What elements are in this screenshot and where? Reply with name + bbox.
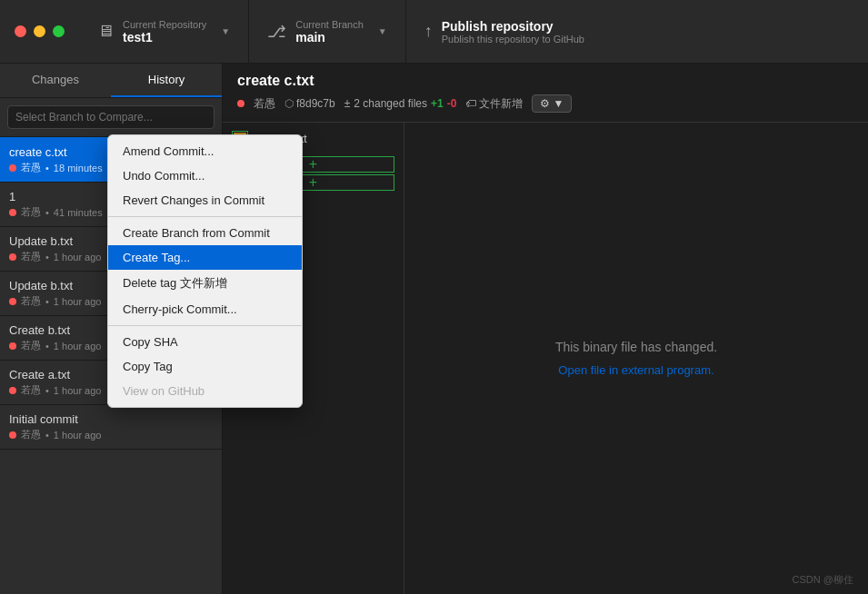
commit-separator: • xyxy=(45,207,49,218)
branch-sublabel: Current Branch xyxy=(295,19,364,30)
menu-separator-1 xyxy=(108,216,302,217)
branch-compare xyxy=(0,98,222,137)
commit-separator: • xyxy=(45,385,49,396)
commit-author: 若愚 xyxy=(21,294,41,308)
open-external-link[interactable]: Open file in external program. xyxy=(558,363,713,377)
commit-author: 若愚 xyxy=(21,205,41,219)
file-area: create c.txt + + This binary file has ch… xyxy=(223,123,868,594)
menu-item-cherry-pick[interactable]: Cherry-pick Commit... xyxy=(108,297,302,322)
author-dot xyxy=(237,100,244,107)
commit-detail-title: create c.txt xyxy=(237,73,853,89)
repository-chevron-icon: ▼ xyxy=(221,26,230,36)
commit-author: 若愚 xyxy=(21,428,41,441)
maximize-button[interactable] xyxy=(53,25,65,37)
commit-sha: ⬡ f8d9c7b xyxy=(284,97,335,110)
tab-changes[interactable]: Changes xyxy=(0,64,111,97)
commit-meta: 若愚 • 1 hour ago xyxy=(9,428,213,441)
author-dot xyxy=(9,298,16,305)
commit-time: 1 hour ago xyxy=(54,385,102,396)
minus-badge: -0 xyxy=(447,97,457,110)
commit-title: 1 xyxy=(9,190,15,203)
traffic-lights xyxy=(0,25,79,37)
close-button[interactable] xyxy=(15,25,26,37)
commit-time: 18 minutes xyxy=(54,163,103,173)
publish-labels: Publish repository Publish this reposito… xyxy=(442,19,584,45)
changed-files-info: ± 2 changed files +1 -0 xyxy=(344,97,457,110)
branch-icon: ⎇ xyxy=(267,22,286,42)
commit-title: create c.txt xyxy=(9,145,67,159)
publish-repository-section[interactable]: ↑ Publish repository Publish this reposi… xyxy=(406,0,603,63)
commit-title: Update b.txt xyxy=(9,279,73,292)
menu-item-copy-tag[interactable]: Copy Tag xyxy=(108,354,302,379)
settings-chevron-icon: ▼ xyxy=(553,97,564,110)
commit-title: Create b.txt xyxy=(9,323,70,337)
commit-time: 1 hour ago xyxy=(54,430,102,441)
commit-time: 41 minutes xyxy=(54,207,103,218)
list-item[interactable]: Initial commit 若愚 • 1 hour ago xyxy=(0,405,222,450)
gear-icon: ⚙ xyxy=(540,97,550,110)
settings-button[interactable]: ⚙ ▼ xyxy=(532,94,572,113)
publish-sub-label: Publish this repository to GitHub xyxy=(442,34,584,45)
tag-name: 文件新增 xyxy=(479,96,523,112)
menu-item-amend-commit[interactable]: Amend Commit... xyxy=(108,139,302,163)
binary-notice: This binary file has changed. xyxy=(555,340,717,354)
repository-sublabel: Current Repository xyxy=(123,19,206,30)
commit-title: Create a.txt xyxy=(9,368,70,381)
commit-author: 若愚 xyxy=(21,161,41,174)
tab-history[interactable]: History xyxy=(111,64,222,97)
repository-icon: 🖥 xyxy=(97,22,114,41)
menu-separator-2 xyxy=(108,325,302,326)
menu-item-create-tag[interactable]: Create Tag... xyxy=(108,245,302,270)
menu-item-copy-sha[interactable]: Copy SHA xyxy=(108,330,302,354)
commit-header: Initial commit xyxy=(9,412,213,426)
commit-author: 若愚 xyxy=(21,383,41,397)
changed-count: 2 changed files xyxy=(354,97,427,110)
repository-name: test1 xyxy=(123,30,206,45)
titlebar: 🖥 Current Repository test1 ▼ ⎇ Current B… xyxy=(0,0,868,64)
diff-area: This binary file has changed. Open file … xyxy=(404,123,868,594)
author-dot xyxy=(9,253,16,261)
menu-item-revert-changes[interactable]: Revert Changes in Commit xyxy=(108,188,302,213)
author-dot xyxy=(9,164,16,172)
tag-icon: 🏷 xyxy=(465,97,476,110)
author-dot xyxy=(9,209,16,216)
branch-name: main xyxy=(295,30,364,45)
watermark: CSDN @柳住 xyxy=(793,573,853,587)
menu-item-undo-commit[interactable]: Undo Commit... xyxy=(108,163,302,188)
branch-labels: Current Branch main xyxy=(295,19,364,45)
author-dot xyxy=(9,342,16,350)
commit-title: Update b.txt xyxy=(9,234,73,248)
minimize-button[interactable] xyxy=(34,25,45,37)
commit-separator: • xyxy=(45,430,49,441)
context-menu: Amend Commit... Undo Commit... Revert Ch… xyxy=(107,134,303,408)
current-repository-section[interactable]: 🖥 Current Repository test1 ▼ xyxy=(79,0,249,63)
tag-info: 🏷 文件新增 xyxy=(465,96,523,112)
plus-badge: +1 xyxy=(431,97,444,110)
commit-separator: • xyxy=(45,163,49,173)
sidebar-tabs: Changes History xyxy=(0,64,222,98)
commit-time: 1 hour ago xyxy=(54,252,102,262)
sha-icon: ⬡ xyxy=(284,97,294,110)
commit-separator: • xyxy=(45,296,49,307)
author-dot xyxy=(9,431,16,439)
sha-value: f8d9c7b xyxy=(296,97,335,110)
menu-item-view-github: View on GitHub xyxy=(108,379,302,403)
commit-author: 若愚 xyxy=(21,339,41,352)
commit-meta-bar: 若愚 ⬡ f8d9c7b ± 2 changed files +1 -0 🏷 文… xyxy=(237,94,853,113)
commit-separator: • xyxy=(45,252,49,262)
commit-title: Initial commit xyxy=(9,412,78,426)
menu-item-delete-tag[interactable]: Delete tag 文件新增 xyxy=(108,270,302,297)
author-dot xyxy=(9,387,16,394)
publish-icon: ↑ xyxy=(424,22,433,41)
publish-main-label: Publish repository xyxy=(442,19,584,34)
commit-detail-author: 若愚 xyxy=(254,96,275,112)
menu-item-create-branch[interactable]: Create Branch from Commit xyxy=(108,221,302,245)
commit-separator: • xyxy=(45,341,49,351)
current-branch-section[interactable]: ⎇ Current Branch main ▼ xyxy=(249,0,406,63)
commit-time: 1 hour ago xyxy=(54,341,102,351)
branch-compare-input[interactable] xyxy=(7,105,215,129)
repository-labels: Current Repository test1 xyxy=(123,19,206,45)
commit-author: 若愚 xyxy=(21,250,41,263)
commit-detail-header: create c.txt 若愚 ⬡ f8d9c7b ± 2 changed fi… xyxy=(223,64,868,123)
right-panel: create c.txt 若愚 ⬡ f8d9c7b ± 2 changed fi… xyxy=(223,64,868,594)
